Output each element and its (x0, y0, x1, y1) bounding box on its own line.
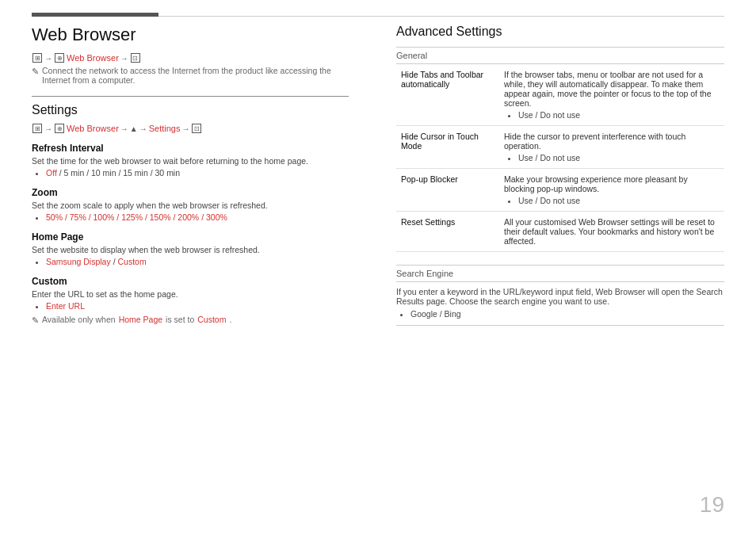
row-label-hide-tabs: Hide Tabs and Toolbar automatically (396, 64, 499, 126)
option-off: Off (46, 168, 57, 178)
breadcrumb-webbrowser-1[interactable]: Web Browser (67, 53, 119, 63)
settings-section-title: Settings (32, 103, 349, 117)
search-engine-section: Search Engine If you enter a keyword in … (396, 265, 724, 326)
advanced-settings-title: Advanced Settings (396, 25, 724, 39)
search-engine-options: Google / Bing (410, 309, 724, 319)
option-zoom: 50% / 75% / 100% / 125% / 150% / 200% / … (46, 212, 227, 222)
table-row: Hide Tabs and Toolbar automatically If t… (396, 64, 724, 126)
settings-divider (32, 96, 349, 97)
advanced-table: Hide Tabs and Toolbar automatically If t… (396, 64, 724, 252)
custom-options: Enter URL (46, 301, 349, 311)
search-engine-header: Search Engine (396, 265, 724, 282)
page-title: Web Browser (32, 25, 349, 45)
zoom-desc: Set the zoom scale to apply when the web… (32, 201, 349, 210)
page-number: 19 (700, 492, 724, 518)
row-content-hide-tabs: If the browser tabs, menu or toolbar are… (499, 64, 724, 126)
option-samsung-display: Samsung Display (46, 257, 111, 266)
refresh-interval-options: Off / 5 min / 10 min / 15 min / 30 min (46, 168, 349, 178)
zoom-options: 50% / 75% / 100% / 125% / 150% / 200% / … (46, 212, 349, 222)
general-header: General (396, 47, 724, 64)
refresh-interval-title: Refresh Interval (32, 143, 349, 154)
row-label-popup: Pop-up Blocker (396, 169, 499, 212)
homepage-options: Samsung Display / Custom (46, 257, 349, 266)
breadcrumb-2: ⊞ → ⊕ Web Browser → ▲ → Settings → ⊡ (32, 124, 349, 133)
homepage-title: Home Page (32, 231, 349, 243)
custom-note: ✎ Available only when Home Page is set t… (32, 315, 349, 326)
option-custom: Custom (117, 257, 146, 266)
custom-desc: Enter the URL to set as the home page. (32, 289, 349, 299)
top-bar-decoration (32, 13, 158, 17)
top-line (158, 16, 724, 17)
refresh-interval-desc: Set the time for the web browser to wait… (32, 156, 349, 166)
table-row: Pop-up Blocker Make your browsing experi… (396, 169, 724, 212)
source-icon-1: ⊞ (32, 53, 42, 63)
breadcrumb-webbrowser-2[interactable]: Web Browser (67, 124, 119, 133)
globe-icon-2: ⊕ (55, 124, 64, 133)
confirm-icon-2: ⊡ (192, 124, 201, 133)
zoom-title: Zoom (32, 187, 349, 198)
search-bottom-line (396, 325, 724, 326)
globe-icon-1: ⊕ (55, 53, 64, 63)
homepage-desc: Set the website to display when the web … (32, 245, 349, 254)
left-column: Web Browser ⊞ → ⊕ Web Browser → ⊡ ✎ Conn… (32, 25, 380, 337)
custom-link: Custom (197, 315, 226, 324)
row-content-hide-cursor: Hide the cursor to prevent interference … (499, 126, 724, 169)
table-row: Reset Settings All your customised Web B… (396, 212, 724, 252)
breadcrumb-settings[interactable]: Settings (149, 124, 181, 133)
enter-url-link[interactable]: Enter URL (46, 301, 85, 311)
breadcrumb-1: ⊞ → ⊕ Web Browser → ⊡ (32, 53, 349, 63)
table-row: Hide Cursor in Touch Mode Hide the curso… (396, 126, 724, 169)
row-label-hide-cursor: Hide Cursor in Touch Mode (396, 126, 499, 169)
row-label-reset: Reset Settings (396, 212, 499, 252)
custom-title: Custom (32, 276, 349, 287)
search-engine-desc: If you enter a keyword in the URL/keywor… (396, 287, 724, 306)
row-content-reset: All your customised Web Browser settings… (499, 212, 724, 252)
home-page-link: Home Page (119, 315, 162, 324)
row-content-popup: Make your browsing experience more pleas… (499, 169, 724, 212)
right-column: Advanced Settings General Hide Tabs and … (380, 25, 724, 337)
source-icon-2: ⊞ (32, 124, 42, 133)
note-1: ✎ Connect the network to access the Inte… (32, 66, 349, 85)
confirm-icon-1: ⊡ (131, 53, 140, 63)
